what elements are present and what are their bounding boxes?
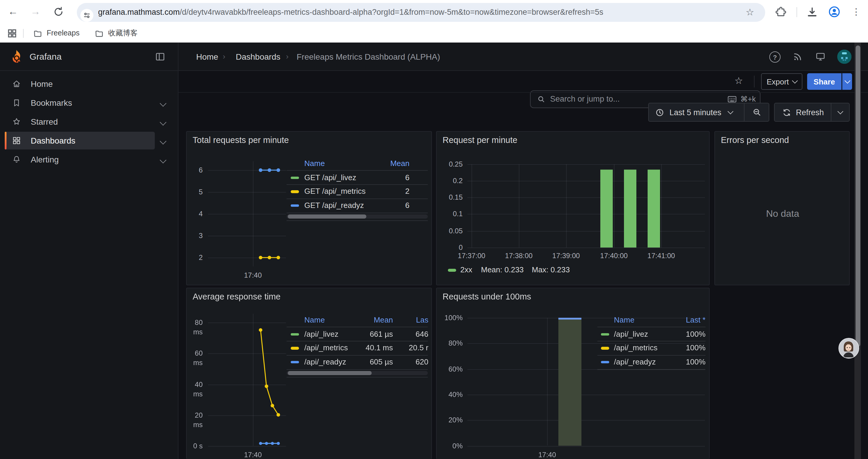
refresh-button[interactable]: Refresh [774,103,831,122]
gridline-vertical [519,164,519,248]
legend-header-name[interactable]: Name [304,159,325,168]
apps-grid-icon[interactable] [7,28,17,38]
panel-total-requests[interactable]: Total requests per minute 6543217:40Name… [186,131,432,285]
panel-requests-under-100ms[interactable]: Requests under 100ms 100%80%60%40%20%0%1… [436,288,710,459]
x-axis-tick: 17:37:00 [453,251,490,261]
sidebar-item-label: Alerting [31,151,59,168]
page-scrollbar-thumb[interactable] [856,45,860,347]
back-icon[interactable]: ← [6,5,20,19]
legend-header-Las[interactable]: Las [375,316,428,325]
share-dropdown-button[interactable] [842,73,852,90]
reload-icon[interactable] [53,6,64,18]
zoom-out-button[interactable] [744,103,769,122]
bookmark-item-freeleaps[interactable]: Freeleaps [33,24,80,42]
legend-series-name[interactable]: 2xx [460,265,472,275]
sidebar-item-home[interactable]: Home [5,75,155,93]
help-icon[interactable]: ? [769,52,780,63]
series-color-pill[interactable] [291,190,299,193]
series-color-pill[interactable] [448,269,456,271]
gridline-horizontal [208,258,286,258]
extensions-icon[interactable] [775,6,787,18]
series-color-pill[interactable] [601,361,609,363]
panel-title[interactable]: Total requests per minute [193,135,289,145]
legend-series-name[interactable]: /api/_readyz [614,357,656,366]
legend-mean: Mean: 0.233 [481,265,524,275]
gridline-horizontal [467,197,705,198]
export-button[interactable]: Export [761,73,802,90]
y-axis-tick: 5 [187,187,203,197]
series-color-pill[interactable] [291,204,299,207]
profile-icon[interactable] [828,5,841,18]
panel-title[interactable]: Request per minute [442,135,517,145]
y-axis-tick: 0% [437,441,463,451]
series-color-pill[interactable] [291,347,299,350]
series-color-pill[interactable] [291,176,299,179]
panel-title[interactable]: Average response time [193,292,281,301]
toolbar-separator [797,7,797,17]
series-color-pill[interactable] [601,347,609,350]
sidebar-item-alerting[interactable]: Alerting [5,151,155,168]
series-color-pill[interactable] [601,333,609,335]
gridline-vertical [566,164,567,248]
bookmark-item-blogs[interactable]: 收藏博客 [95,24,138,42]
forward-icon[interactable]: → [28,5,42,19]
panel-title[interactable]: Requests under 100ms [442,292,531,301]
search-icon [537,95,546,103]
y-axis-tick: 80% [437,338,463,348]
y-axis-tick: 0.1 [437,209,463,219]
bookmark-star-icon[interactable]: ☆ [746,6,754,18]
legend-header-name[interactable]: Name [614,316,634,325]
sidebar-divider [178,42,179,459]
chevron-down-icon [838,109,843,114]
legend-series-name[interactable]: /api/_metrics [614,343,657,353]
panel-avg-response-time[interactable]: Average response time 80 ms60 ms40 ms20 … [186,288,432,459]
refresh-interval-dropdown[interactable] [831,103,850,122]
grafana-logo-icon[interactable] [9,48,24,64]
sidebar-toggle-icon[interactable] [155,52,165,62]
gridline-horizontal [467,181,705,182]
monitor-icon[interactable] [815,52,826,62]
sidebar-item-label: Starred [31,113,58,131]
legend-series-name[interactable]: /api/_livez [304,329,339,339]
grafana-header: Grafana Home › Dashboards › Freeleaps Me… [0,42,868,71]
y-axis-tick: 3 [187,231,203,240]
time-range-picker[interactable]: Last 5 minutes [648,103,745,122]
breadcrumb-dashboards[interactable]: Dashboards [236,42,280,71]
gridline-horizontal [208,353,286,354]
sidebar-item-bookmarks[interactable]: Bookmarks [5,94,155,112]
assistant-avatar[interactable] [838,338,859,359]
favorite-star-icon[interactable]: ☆ [735,75,743,86]
sidebar-item-dashboards[interactable]: Dashboards [5,132,155,150]
panel-request-per-minute[interactable]: Request per minute 0.250.20.150.10.05017… [436,131,710,285]
x-axis-tick: 17:40 [528,450,566,459]
url-bar[interactable]: grafana.mathmast.com/d/deytv4rwavabkb/fr… [77,3,765,22]
downloads-icon[interactable] [806,6,818,18]
x-axis-tick: 17:41:00 [642,251,680,261]
share-button[interactable]: Share [807,73,841,90]
legend-header-Mean[interactable]: Mean [356,159,409,168]
sidebar-item-starred[interactable]: Starred [5,113,155,131]
legend-divider [286,369,428,370]
user-avatar[interactable] [837,50,851,64]
breadcrumb-home[interactable]: Home [196,42,218,71]
x-axis-tick: 17:40 [234,450,272,459]
browser-menu-icon[interactable]: ⋮ [849,5,863,19]
panel-title[interactable]: Errors per second [721,135,789,145]
y-axis-tick: 40 ms [187,380,203,389]
legend-series-name[interactable]: /api/_livez [614,329,648,339]
legend-scrollbar-thumb[interactable] [288,214,366,219]
news-rss-icon[interactable] [793,52,803,62]
legend-scrollbar-thumb[interactable] [288,371,372,375]
series-color-pill[interactable] [291,361,299,363]
legend-series-name[interactable]: GET /api/_readyz [304,201,364,210]
legend-series-name[interactable]: GET /api/_livez [304,173,356,182]
legend-divider [597,327,706,327]
site-settings-icon[interactable] [80,9,93,22]
legend-header-name[interactable]: Name [304,316,325,325]
home-icon [12,79,21,89]
series-color-pill[interactable] [291,333,299,335]
chevron-down-icon [160,138,167,145]
legend-header-Last *[interactable]: Last * [652,316,706,325]
panel-errors-per-second[interactable]: Errors per second No data [714,131,850,285]
search-placeholder: Search or jump to... [550,91,620,107]
